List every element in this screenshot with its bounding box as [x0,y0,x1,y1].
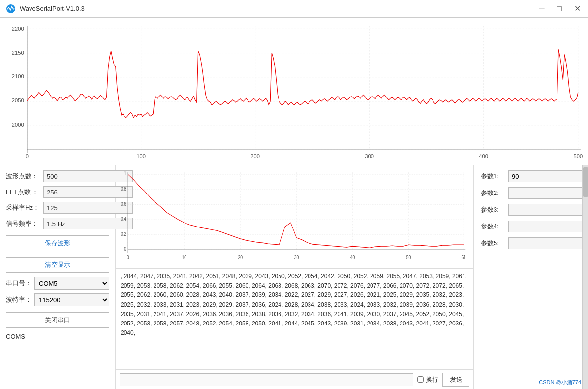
svg-text:0: 0 [127,254,129,260]
bottom-section: 波形点数： FFT点数 ： 采样率Hz： 信号频率： 保存波形 清空显示 串口号… [0,165,588,389]
svg-text:400: 400 [479,153,488,159]
svg-text:2200: 2200 [12,26,24,32]
param1-input[interactable] [508,170,588,182]
fft-points-label: FFT点数 ： [6,188,40,196]
left-panel: 波形点数： FFT点数 ： 采样率Hz： 信号频率： 保存波形 清空显示 串口号… [0,165,116,389]
scrollbar-thumb[interactable] [583,167,588,197]
bottom-input-row: 换行 发送 [116,369,473,389]
send-button[interactable]: 发送 [442,373,469,387]
close-button[interactable]: ✕ [572,5,582,13]
param5-label: 参数5: [481,239,504,248]
svg-text:0: 0 [124,246,126,252]
port-label: 串口号： [6,279,31,288]
param1-label: 参数1: [481,172,504,181]
title-bar-left: WaveSerialPort-V1.0.3 [6,4,85,14]
svg-text:300: 300 [365,153,374,159]
window-title: WaveSerialPort-V1.0.3 [20,5,85,12]
app-icon [6,4,16,14]
fft-chart-svg: 1 0.8 0.6 0.4 0.2 0 [120,168,469,266]
save-wave-button[interactable]: 保存波形 [6,235,109,251]
svg-text:30: 30 [294,254,299,260]
coms-label: COMS [6,332,109,341]
baud-label: 波特率： [6,295,31,304]
param5-input[interactable] [508,237,588,249]
wave-points-label: 波形点数： [6,172,40,181]
param3-row: 参数3: [481,204,575,216]
svg-text:2150: 2150 [12,50,24,56]
right-panel: 参数1: 参数2: 参数3: 参数4: 参数5: [474,165,582,389]
svg-text:0.4: 0.4 [121,216,126,222]
svg-text:2100: 2100 [12,73,24,79]
param4-input[interactable] [508,221,588,232]
svg-text:20: 20 [238,254,243,260]
svg-text:0.8: 0.8 [121,186,126,192]
window-controls: ─ □ ✕ [537,5,582,13]
svg-text:0.6: 0.6 [121,200,126,206]
param4-label: 参数4: [481,222,504,231]
minimize-button[interactable]: ─ [537,5,547,13]
signal-freq-row: 信号频率： [6,218,109,229]
fft-chart-area: 1 0.8 0.6 0.4 0.2 0 [116,165,473,269]
data-text: , 2044, 2047, 2035, 2041, 2042, 2051, 20… [121,273,467,336]
param2-label: 参数2: [481,189,504,197]
clear-display-button[interactable]: 清空显示 [6,257,109,273]
svg-text:2050: 2050 [12,97,24,103]
fft-points-row: FFT点数 ： [6,186,109,198]
svg-text:0.2: 0.2 [121,231,126,237]
baud-row: 波特率： 115200 [6,293,109,306]
title-bar: WaveSerialPort-V1.0.3 ─ □ ✕ [0,0,588,18]
newline-check-label[interactable]: 换行 [417,375,438,384]
sample-rate-row: 采样率Hz： [6,202,109,214]
param1-row: 参数1: [481,170,575,182]
main-content: 2200 2150 2100 2050 2000 0 100 [0,18,588,389]
svg-text:200: 200 [250,153,260,159]
svg-text:0: 0 [26,153,29,159]
param2-input[interactable] [508,187,588,199]
watermark: CSDN @小酒774 [539,379,581,386]
svg-text:40: 40 [350,254,355,260]
newline-checkbox[interactable] [417,376,424,383]
middle-panel: 1 0.8 0.6 0.4 0.2 0 [116,165,474,389]
svg-text:2000: 2000 [12,122,24,128]
maximize-button[interactable]: □ [555,5,564,13]
svg-text:10: 10 [182,254,186,260]
svg-text:50: 50 [406,254,411,260]
top-chart-svg: 2200 2150 2100 2050 2000 0 100 [5,22,583,163]
signal-freq-label: 信号频率： [6,219,40,228]
newline-label: 换行 [426,375,438,384]
param2-row: 参数2: [481,187,575,199]
param3-input[interactable] [508,204,588,216]
close-port-button[interactable]: 关闭串口 [6,312,109,328]
wave-points-row: 波形点数： [6,170,109,182]
svg-text:100: 100 [136,153,146,159]
port-select[interactable]: COM5 [34,277,109,290]
data-display-area: , 2044, 2047, 2035, 2041, 2042, 2051, 20… [116,269,473,369]
top-chart-area: 2200 2150 2100 2050 2000 0 100 [0,18,588,165]
param5-row: 参数5: [481,237,575,249]
param4-row: 参数4: [481,221,575,232]
sample-rate-label: 采样率Hz： [6,203,40,212]
svg-text:500: 500 [574,153,583,159]
port-row: 串口号： COM5 [6,277,109,290]
param3-label: 参数3: [481,205,504,214]
scrollbar[interactable] [582,165,588,389]
send-input[interactable] [120,373,413,386]
baud-select[interactable]: 115200 [34,293,109,306]
svg-text:1: 1 [124,170,126,176]
svg-text:61: 61 [462,254,466,260]
